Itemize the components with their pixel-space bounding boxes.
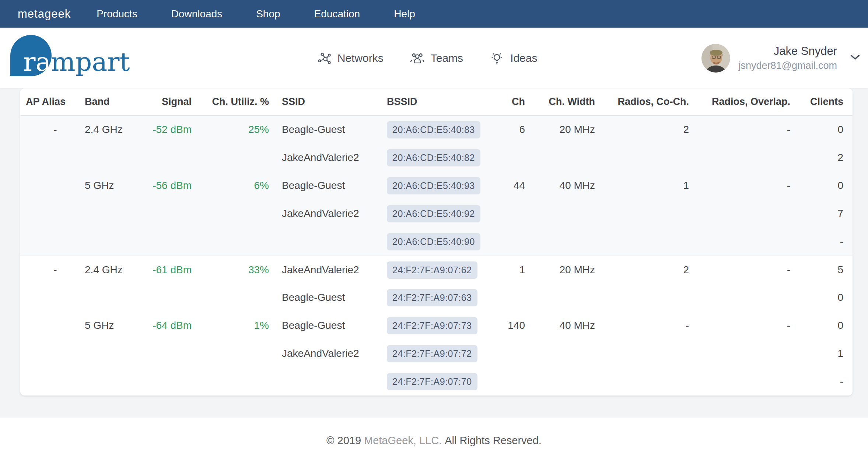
cell-bssid: 20:A6:CD:E5:40:92 [387, 205, 496, 222]
cell-radios-overlap: - [689, 320, 790, 331]
bssid-badge: 20:A6:CD:E5:40:82 [387, 149, 480, 166]
cell-signal: -61 dBm [136, 264, 192, 276]
cell-clients: 1 [790, 348, 843, 359]
cell-radios-co-ch: 2 [595, 264, 689, 276]
cell-ch: 6 [496, 124, 525, 136]
cell-band: 2.4 GHz [85, 264, 136, 276]
cell-radios-overlap: - [689, 180, 790, 191]
cell-ch-width: 40 MHz [525, 320, 595, 331]
user-avatar [701, 44, 730, 73]
cell-signal: -56 dBm [136, 180, 192, 191]
metageek-top-nav: metageek Products Downloads Shop Educati… [0, 0, 868, 28]
cell-bssid: 24:F2:7F:A9:07:72 [387, 345, 496, 362]
col-ch-utiliz[interactable]: Ch. Utiliz. % [192, 96, 269, 108]
table-row[interactable]: Beagle-Guest24:F2:7F:A9:07:630 [20, 284, 853, 312]
page-body: AP Alias Band Signal Ch. Utiliz. % SSID … [0, 88, 868, 418]
table-row[interactable]: JakeAndValerie220:A6:CD:E5:40:927 [20, 200, 853, 228]
cell-ch-width: 20 MHz [525, 124, 595, 136]
table-row[interactable]: 5 GHz-64 dBm1%Beagle-Guest24:F2:7F:A9:07… [20, 312, 853, 340]
app-header: rampart Networks Teams [0, 28, 868, 88]
cell-band: 5 GHz [85, 180, 136, 191]
nav-shop[interactable]: Shop [256, 8, 280, 20]
cell-radios-co-ch: 2 [595, 124, 689, 136]
col-radios-overlap[interactable]: Radios, Overlap. [689, 96, 790, 108]
col-ssid[interactable]: SSID [269, 96, 387, 108]
rampart-wordmark: rampart [23, 47, 130, 77]
cell-bssid: 20:A6:CD:E5:40:83 [387, 121, 496, 138]
nav-products[interactable]: Products [97, 8, 137, 20]
col-ch[interactable]: Ch [496, 96, 525, 108]
cell-ssid: Beagle-Guest [269, 292, 387, 303]
cell-ssid: JakeAndValerie2 [269, 152, 387, 164]
cell-ch-width: 40 MHz [525, 180, 595, 191]
bssid-badge: 24:F2:7F:A9:07:62 [387, 261, 477, 279]
tab-teams-label: Teams [431, 52, 463, 64]
table-row[interactable]: JakeAndValerie224:F2:7F:A9:07:721 [20, 340, 853, 368]
rampart-logo[interactable]: rampart [9, 32, 131, 84]
col-bssid[interactable]: BSSID [387, 96, 496, 108]
ideas-icon [490, 51, 504, 66]
cell-bssid: 24:F2:7F:A9:07:63 [387, 289, 496, 306]
teams-icon [410, 51, 425, 65]
cell-utilization: 25% [192, 124, 269, 136]
table-row[interactable]: 24:F2:7F:A9:07:70- [20, 368, 853, 396]
copyright-prefix: © 2019 [326, 435, 361, 447]
table-row[interactable]: 5 GHz-56 dBm6%Beagle-Guest20:A6:CD:E5:40… [20, 172, 853, 200]
cell-bssid: 20:A6:CD:E5:40:82 [387, 149, 496, 166]
bssid-badge: 24:F2:7F:A9:07:70 [387, 373, 477, 390]
nav-help[interactable]: Help [394, 8, 415, 20]
cell-clients: 0 [790, 320, 843, 331]
table-row[interactable]: JakeAndValerie220:A6:CD:E5:40:822 [20, 144, 853, 172]
bssid-badge: 20:A6:CD:E5:40:83 [387, 121, 480, 138]
bssid-badge: 24:F2:7F:A9:07:72 [387, 345, 477, 362]
networks-icon [318, 51, 332, 65]
cell-clients: 0 [790, 124, 843, 136]
nav-downloads[interactable]: Downloads [171, 8, 223, 20]
cell-ch-width: 20 MHz [525, 264, 595, 276]
cell-signal: -64 dBm [136, 320, 192, 331]
nav-education[interactable]: Education [314, 8, 360, 20]
cell-radios-co-ch: 1 [595, 180, 689, 191]
cell-bssid: 20:A6:CD:E5:40:90 [387, 233, 496, 250]
cell-ch: 1 [496, 264, 525, 276]
user-menu[interactable]: Jake Snyder jsnyder81@gmail.com [701, 28, 860, 88]
tab-ideas-label: Ideas [510, 52, 537, 64]
cell-clients: 0 [790, 292, 843, 303]
cell-ssid: Beagle-Guest [269, 320, 387, 331]
user-name: Jake Snyder [738, 45, 837, 58]
col-ap-alias[interactable]: AP Alias [26, 96, 85, 108]
metageek-llc-link[interactable]: MetaGeek, LLC. [364, 435, 442, 447]
cell-clients: - [790, 376, 843, 387]
cell-ch: 140 [496, 320, 525, 331]
tab-ideas[interactable]: Ideas [490, 51, 537, 66]
table-row[interactable]: 20:A6:CD:E5:40:90- [20, 228, 853, 256]
cell-bssid: 20:A6:CD:E5:40:93 [387, 177, 496, 194]
bssid-badge: 20:A6:CD:E5:40:93 [387, 177, 480, 194]
col-band[interactable]: Band [85, 96, 136, 108]
user-email: jsnyder81@gmail.com [738, 60, 837, 71]
cell-band: 2.4 GHz [85, 124, 136, 136]
cell-ap-alias: - [26, 124, 85, 136]
table-row[interactable]: -2.4 GHz-61 dBm33%JakeAndValerie224:F2:7… [20, 256, 853, 284]
cell-radios-co-ch: - [595, 320, 689, 331]
cell-clients: 0 [790, 180, 843, 191]
col-clients[interactable]: Clients [790, 96, 843, 108]
cell-utilization: 33% [192, 264, 269, 276]
bssid-badge: 24:F2:7F:A9:07:63 [387, 289, 477, 306]
metageek-wordmark[interactable]: metageek [18, 7, 71, 21]
page-footer: © 2019 MetaGeek, LLC. All Rights Reserve… [0, 418, 868, 464]
cell-utilization: 6% [192, 180, 269, 191]
tab-networks[interactable]: Networks [318, 51, 384, 65]
tab-teams[interactable]: Teams [410, 51, 463, 65]
bssid-badge: 20:A6:CD:E5:40:90 [387, 233, 480, 250]
col-radios-co-ch[interactable]: Radios, Co-Ch. [595, 96, 689, 108]
cell-clients: 5 [790, 264, 843, 276]
col-signal[interactable]: Signal [136, 96, 192, 108]
access-points-table: AP Alias Band Signal Ch. Utiliz. % SSID … [20, 88, 853, 396]
table-row[interactable]: -2.4 GHz-52 dBm25%Beagle-Guest20:A6:CD:E… [20, 116, 853, 144]
cell-clients: - [790, 236, 843, 247]
cell-ch: 44 [496, 180, 525, 191]
tab-networks-label: Networks [337, 52, 384, 64]
col-ch-width[interactable]: Ch. Width [525, 96, 595, 108]
cell-clients: 2 [790, 152, 843, 164]
